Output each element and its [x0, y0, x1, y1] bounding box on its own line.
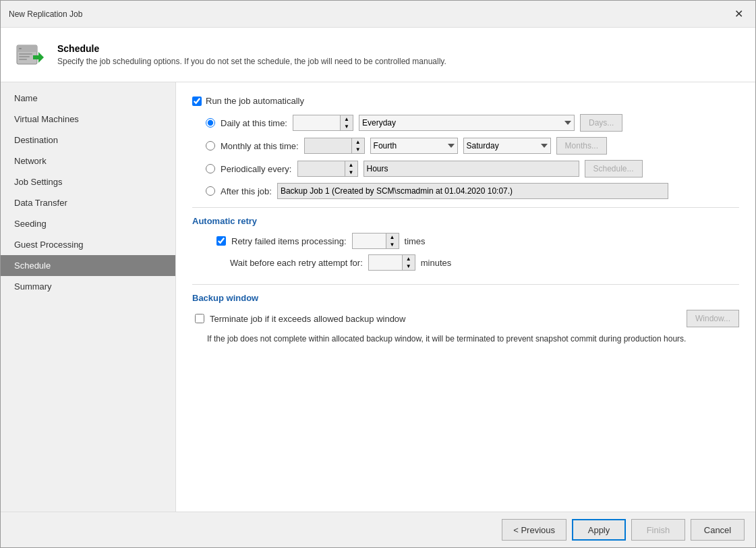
wait-spinner-btns: ▲ ▼	[402, 254, 415, 271]
sidebar-item-schedule[interactable]: Schedule	[1, 255, 175, 276]
header-title: Schedule	[57, 43, 446, 54]
daily-days-button[interactable]: Days...	[580, 114, 622, 132]
periodic-schedule-button[interactable]: Schedule...	[585, 160, 643, 177]
main-content: Run the job automatically Daily at this …	[176, 82, 755, 512]
sidebar: Name Virtual Machines Destination Networ…	[1, 82, 176, 512]
run-auto-checkbox[interactable]	[192, 97, 202, 106]
run-auto-row: Run the job automatically	[192, 96, 739, 106]
terminate-checkbox[interactable]	[195, 314, 204, 323]
retry-count-down[interactable]: ▼	[386, 241, 399, 248]
header-description: Specify the job scheduling options. If y…	[57, 57, 446, 66]
wait-spinner: 10 ▲ ▼	[368, 254, 415, 271]
wait-row: Wait before each retry attempt for: 10 ▲…	[192, 254, 739, 271]
previous-button[interactable]: < Previous	[502, 519, 566, 541]
monthly-row: Monthly at this time: 22:00 ▲ ▼ First Se…	[192, 137, 739, 155]
retry-count-spinner-btns: ▲ ▼	[386, 233, 399, 249]
sidebar-item-guest-processing[interactable]: Guest Processing	[1, 234, 175, 255]
retry-count-spinner: 3 ▲ ▼	[352, 233, 399, 249]
dialog-title: New Replication Job	[9, 9, 82, 19]
header: Schedule Specify the job scheduling opti…	[1, 28, 755, 82]
svg-rect-5	[19, 59, 27, 60]
daily-label: Daily at this time:	[221, 118, 287, 128]
periodic-label: Periodically every:	[221, 164, 292, 174]
periodic-value-spinner-btns: ▲ ▼	[345, 161, 358, 177]
terminate-label: Terminate job if it exceeds allowed back…	[210, 314, 681, 324]
after-job-radio[interactable]	[206, 186, 215, 196]
footer: < Previous Apply Finish Cancel	[1, 512, 755, 547]
backup-window-section: Backup window Terminate job if it exceed…	[192, 293, 739, 345]
wait-down[interactable]: ▼	[403, 263, 415, 270]
run-auto-label: Run the job automatically	[206, 96, 304, 106]
monthly-time-up[interactable]: ▲	[352, 138, 364, 146]
svg-rect-7	[33, 55, 40, 59]
monthly-time-spinner: 22:00 ▲ ▼	[304, 138, 365, 154]
retry-label: Retry failed items processing:	[231, 236, 347, 246]
daily-time-input[interactable]: 22:00	[293, 115, 340, 131]
periodic-radio[interactable]	[206, 164, 215, 173]
wait-up[interactable]: ▲	[403, 255, 415, 263]
apply-button[interactable]: Apply	[572, 519, 626, 541]
auto-retry-title: Automatic retry	[192, 216, 739, 226]
schedule-icon	[14, 38, 47, 71]
wait-input[interactable]: 10	[368, 254, 402, 271]
cancel-button[interactable]: Cancel	[691, 519, 745, 541]
periodic-row: Periodically every: 1 ▲ ▼ Minutes Hours …	[192, 160, 739, 177]
sidebar-item-data-transfer[interactable]: Data Transfer	[1, 192, 175, 213]
sidebar-item-network[interactable]: Network	[1, 150, 175, 171]
sidebar-item-job-settings[interactable]: Job Settings	[1, 171, 175, 192]
daily-frequency-dropdown[interactable]: Everyday Weekdays Weekends	[359, 115, 575, 131]
periodic-value-down[interactable]: ▼	[345, 169, 357, 176]
monthly-label: Monthly at this time:	[221, 141, 299, 151]
dialog: New Replication Job ✕ Schedule Specify t…	[0, 0, 756, 548]
finish-button[interactable]: Finish	[631, 519, 685, 541]
daily-row: Daily at this time: 22:00 ▲ ▼ Everyday W…	[192, 114, 739, 132]
monthly-time-spinner-btns: ▲ ▼	[351, 138, 365, 154]
terminate-row: Terminate job if it exceeds allowed back…	[192, 310, 739, 327]
monthly-day-dropdown[interactable]: Monday Tuesday Wednesday Thursday Friday…	[463, 138, 551, 154]
retry-checkbox[interactable]	[216, 236, 226, 246]
after-job-label: After this job:	[221, 186, 272, 196]
periodic-value-spinner: 1 ▲ ▼	[297, 161, 358, 177]
svg-rect-3	[19, 53, 32, 55]
after-job-dropdown[interactable]: Backup Job 1 (Created by SCM\scmadmin at…	[277, 183, 668, 199]
window-button[interactable]: Window...	[687, 310, 739, 327]
svg-rect-4	[19, 56, 30, 57]
periodic-value-up[interactable]: ▲	[345, 161, 357, 169]
sidebar-item-summary[interactable]: Summary	[1, 276, 175, 297]
monthly-week-dropdown[interactable]: First Second Third Fourth Last	[370, 138, 458, 154]
svg-rect-2	[19, 48, 22, 49]
header-text: Schedule Specify the job scheduling opti…	[57, 43, 446, 66]
daily-time-spinner: 22:00 ▲ ▼	[293, 115, 353, 131]
minutes-label: minutes	[421, 258, 452, 268]
wait-label: Wait before each retry attempt for:	[230, 258, 363, 268]
monthly-time-down[interactable]: ▼	[352, 146, 364, 153]
after-job-row: After this job: Backup Job 1 (Created by…	[192, 183, 739, 199]
backup-window-title: Backup window	[192, 293, 739, 303]
monthly-time-input[interactable]: 22:00	[304, 138, 351, 154]
daily-radio[interactable]	[206, 118, 215, 128]
monthly-months-button[interactable]: Months...	[556, 137, 607, 155]
sidebar-item-name[interactable]: Name	[1, 88, 175, 109]
daily-time-down[interactable]: ▼	[341, 123, 353, 130]
retry-row: Retry failed items processing: 3 ▲ ▼ tim…	[192, 233, 739, 249]
sidebar-item-destination[interactable]: Destination	[1, 130, 175, 150]
periodic-value-input[interactable]: 1	[297, 161, 345, 177]
sidebar-item-seeding[interactable]: Seeding	[1, 213, 175, 234]
backup-window-description: If the job does not complete within allo…	[192, 333, 739, 345]
divider-2	[192, 284, 739, 285]
titlebar: New Replication Job ✕	[1, 1, 755, 28]
daily-time-up[interactable]: ▲	[341, 115, 353, 123]
divider-1	[192, 207, 739, 208]
periodic-unit-dropdown[interactable]: Minutes Hours	[364, 161, 579, 177]
monthly-radio[interactable]	[206, 141, 215, 150]
sidebar-item-virtual-machines[interactable]: Virtual Machines	[1, 109, 175, 130]
times-label: times	[405, 236, 426, 246]
content: Name Virtual Machines Destination Networ…	[1, 82, 755, 512]
retry-count-input[interactable]: 3	[352, 233, 386, 249]
daily-time-spinner-btns: ▲ ▼	[340, 115, 353, 131]
auto-retry-section: Automatic retry Retry failed items proce…	[192, 216, 739, 271]
retry-count-up[interactable]: ▲	[386, 234, 399, 241]
close-button[interactable]: ✕	[730, 6, 747, 22]
